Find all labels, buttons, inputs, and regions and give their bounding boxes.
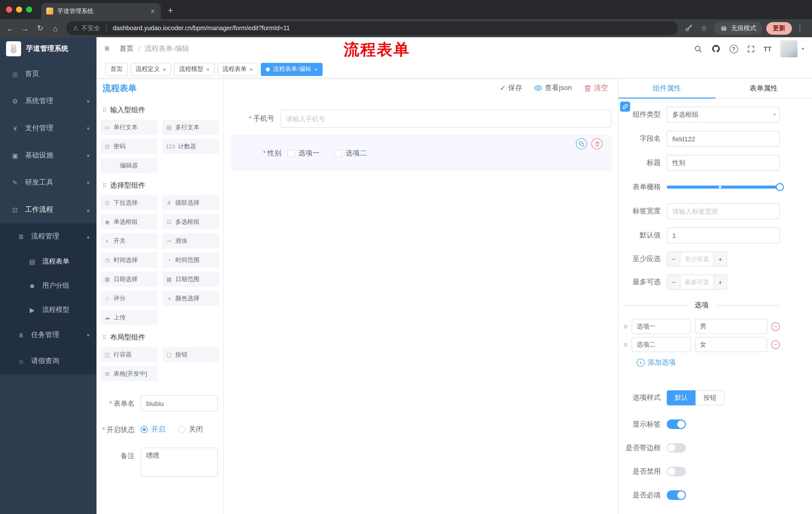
palette-item[interactable]: ⊟密码 bbox=[100, 139, 157, 154]
palette-item[interactable]: ◉单选框组 bbox=[100, 214, 157, 229]
browser-menu-button[interactable]: ⋮ bbox=[793, 21, 807, 35]
min-select-placeholder[interactable]: 至少应选 bbox=[680, 252, 714, 266]
window-close-button[interactable] bbox=[6, 6, 12, 12]
drag-handle-icon[interactable]: ≡ bbox=[624, 341, 628, 349]
palette-item[interactable]: ▦日期选择 bbox=[100, 272, 157, 287]
palette-item[interactable]: ☑多选框组 bbox=[162, 214, 219, 229]
tag-close-icon[interactable]: × bbox=[314, 66, 318, 72]
address-bar[interactable]: ⚠ 不安全 dashboard.yudao.iocoder.cn/bpm/man… bbox=[66, 21, 678, 35]
status-radio-on[interactable]: 开启 bbox=[141, 425, 165, 434]
increase-button[interactable]: + bbox=[714, 275, 727, 289]
show-label-switch[interactable] bbox=[667, 420, 686, 429]
tag-close-icon[interactable]: × bbox=[163, 66, 166, 72]
sidebar-item-process-form[interactable]: ▤ 流程表单 bbox=[0, 249, 96, 274]
border-switch[interactable] bbox=[667, 443, 686, 453]
option-value-input[interactable] bbox=[695, 337, 767, 352]
remark-textarea[interactable]: 嘿嘿 bbox=[141, 448, 218, 477]
decrease-button[interactable]: − bbox=[667, 252, 680, 266]
checkbox-option-2[interactable]: 选项二 bbox=[335, 149, 367, 158]
sidebar-item-user-group[interactable]: ☻ 用户分组 bbox=[0, 274, 96, 298]
sidebar-item-task-management[interactable]: ⋔ 任务管理 ▾ bbox=[0, 322, 96, 348]
sidebar-item-dev-tools[interactable]: ✎ 研发工具 ▾ bbox=[0, 169, 96, 196]
help-icon[interactable]: ? bbox=[729, 45, 738, 53]
sidebar-item-workflow[interactable]: ⊡ 工作流程 ▴ bbox=[0, 196, 96, 223]
security-label[interactable]: 不安全 bbox=[81, 24, 100, 32]
max-select-placeholder[interactable]: 最多可选 bbox=[680, 275, 714, 289]
tag-process-model[interactable]: 流程模型 × bbox=[174, 63, 214, 76]
bookmark-star-icon[interactable]: ☆ bbox=[697, 21, 711, 35]
save-button[interactable]: ✓ 保存 bbox=[500, 83, 522, 92]
add-option-button[interactable]: + 添加选项 bbox=[637, 358, 780, 367]
palette-item[interactable]: ▢按钮 bbox=[162, 347, 219, 362]
sidebar-item-home[interactable]: ◎ 首页 bbox=[0, 60, 96, 87]
search-icon[interactable] bbox=[694, 45, 702, 53]
palette-item[interactable]: ⋔级联选择 bbox=[162, 195, 219, 210]
sidebar-item-leave-query[interactable]: ☺ 请假查询 bbox=[0, 348, 96, 374]
sidebar-item-process-model[interactable]: ▶ 流程模型 bbox=[0, 298, 96, 322]
option-value-input[interactable] bbox=[695, 319, 767, 334]
fullscreen-icon[interactable] bbox=[747, 45, 754, 53]
window-minimize-button[interactable] bbox=[16, 6, 22, 12]
window-zoom-button[interactable] bbox=[26, 6, 32, 12]
tab-close-icon[interactable]: × bbox=[150, 7, 156, 15]
sidebar-item-process-management[interactable]: ≣ 流程管理 ▴ bbox=[0, 223, 96, 249]
disabled-switch[interactable] bbox=[667, 467, 686, 476]
increase-button[interactable]: + bbox=[714, 252, 727, 266]
back-button[interactable]: ← bbox=[3, 21, 17, 35]
drag-handle-icon[interactable]: ≡ bbox=[624, 322, 628, 330]
option-name-input[interactable] bbox=[632, 319, 691, 334]
copy-field-button[interactable] bbox=[576, 138, 587, 150]
palette-item[interactable]: ◔时间范围 bbox=[162, 252, 219, 268]
app-logo[interactable]: 芋道管理系统 bbox=[0, 37, 96, 60]
required-switch[interactable] bbox=[667, 490, 686, 500]
home-button[interactable]: ⌂ bbox=[48, 21, 62, 35]
tag-close-icon[interactable]: × bbox=[206, 66, 209, 72]
phone-field[interactable]: 手机号 bbox=[230, 110, 611, 128]
form-grid-slider[interactable] bbox=[667, 179, 780, 195]
palette-item[interactable]: ▤多行文本 bbox=[162, 120, 219, 135]
forward-button[interactable]: → bbox=[18, 21, 32, 35]
browser-tab[interactable]: 芋道管理系统 × bbox=[41, 3, 161, 19]
palette-item[interactable]: ▭单行文本 bbox=[100, 120, 157, 135]
sidebar-collapse-icon[interactable]: ≡ bbox=[105, 44, 110, 54]
tag-close-icon[interactable]: × bbox=[250, 66, 253, 72]
palette-item[interactable]: 编辑器 bbox=[100, 158, 157, 173]
view-json-button[interactable]: 查看json bbox=[534, 83, 572, 92]
delete-field-button[interactable] bbox=[591, 138, 603, 150]
breadcrumb-home[interactable]: 首页 bbox=[120, 44, 134, 53]
sidebar-item-infrastructure[interactable]: ▣ 基础设施 ▾ bbox=[0, 142, 96, 169]
gender-field-selected[interactable]: 性别 选项一 选项二 bbox=[230, 135, 611, 171]
title-input[interactable] bbox=[667, 155, 780, 171]
component-type-select[interactable]: 多选框组 ▾ bbox=[667, 107, 780, 123]
form-name-input[interactable] bbox=[141, 395, 218, 411]
palette-item[interactable]: ◑颜色选择 bbox=[162, 291, 219, 306]
palette-item[interactable]: ◷时间选择 bbox=[100, 252, 157, 268]
status-radio-off[interactable]: 关闭 bbox=[178, 425, 203, 434]
sidebar-item-system-management[interactable]: ⚙ 系统管理 ▾ bbox=[0, 87, 96, 115]
palette-item[interactable]: ⊞表格[开发中] bbox=[100, 366, 157, 381]
phone-input[interactable] bbox=[280, 110, 611, 128]
link-icon[interactable] bbox=[620, 102, 630, 112]
palette-item[interactable]: ◐开关 bbox=[100, 233, 157, 248]
style-default-button[interactable]: 默认 bbox=[667, 390, 695, 405]
palette-item[interactable]: ☆评分 bbox=[100, 291, 157, 306]
password-key-icon[interactable] bbox=[682, 21, 696, 35]
update-chrome-button[interactable]: 更新 bbox=[766, 22, 792, 34]
label-width-input[interactable] bbox=[667, 203, 780, 219]
palette-item[interactable]: ▩日期范围 bbox=[162, 272, 219, 287]
option-name-input[interactable] bbox=[632, 337, 691, 352]
tag-home[interactable]: 首页 bbox=[106, 63, 127, 76]
github-icon[interactable] bbox=[711, 44, 720, 53]
default-value-input[interactable] bbox=[667, 227, 780, 243]
form-canvas[interactable]: 手机号 bbox=[224, 98, 618, 514]
reload-button[interactable]: ↻ bbox=[33, 21, 47, 35]
remove-option-button[interactable]: − bbox=[771, 340, 780, 349]
font-size-icon[interactable]: TT bbox=[763, 45, 772, 53]
new-tab-button[interactable]: + bbox=[168, 5, 173, 16]
palette-item[interactable]: ⊸滑块 bbox=[162, 233, 219, 248]
slider-handle[interactable] bbox=[776, 183, 784, 191]
clear-button[interactable]: 清空 bbox=[584, 83, 608, 92]
decrease-button[interactable]: − bbox=[667, 275, 680, 289]
tag-process-form-edit[interactable]: 流程表单-编辑 × bbox=[261, 63, 323, 76]
tab-component-props[interactable]: 组件属性 bbox=[618, 78, 715, 98]
